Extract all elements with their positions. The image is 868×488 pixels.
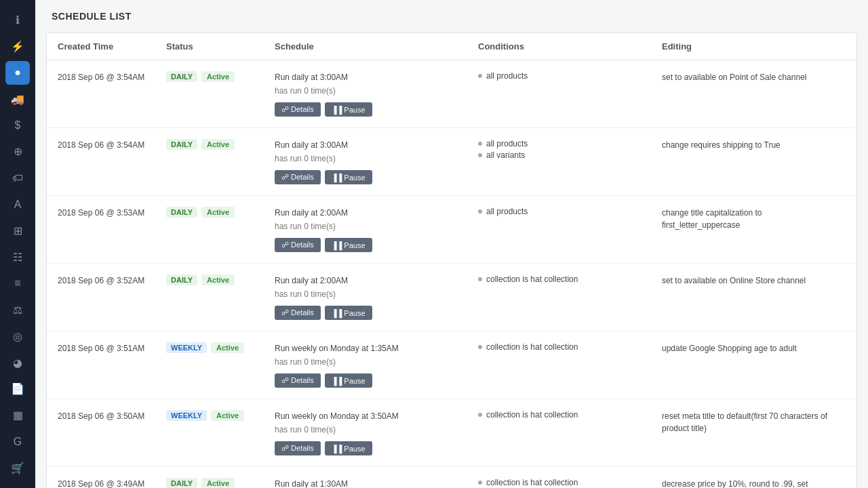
frequency-badge: WEEKLY — [166, 410, 207, 421]
editing-cell: change requires shipping to True — [662, 139, 846, 151]
frequency-badge: DAILY — [166, 139, 197, 150]
created-time-cell: 2018 Sep 06 @ 3:53AM — [58, 207, 166, 219]
status-badge: Active — [201, 274, 235, 285]
run-count: has run 0 time(s) — [275, 356, 470, 368]
condition-item: all variants — [478, 150, 654, 160]
page-title: SCHEDULE LIST — [52, 11, 852, 22]
main-content: SCHEDULE LIST Created Time Status Schedu… — [35, 0, 868, 488]
conditions-cell: collection is hat collection — [478, 410, 662, 422]
table-row: 2018 Sep 06 @ 3:51AMWEEKLYActiveRun week… — [47, 331, 856, 399]
details-button[interactable]: ☍ Details — [275, 102, 321, 117]
editing-cell: set to available on Online Store channel — [662, 274, 846, 287]
schedule-cell: Run daily at 3:00AMhas run 0 time(s)☍ De… — [275, 71, 478, 117]
col-schedule: Schedule — [275, 41, 478, 52]
editing-cell: change title capitalization to first_let… — [662, 207, 846, 231]
g-icon[interactable]: G — [5, 430, 30, 453]
pause-button[interactable]: ▐▐ Pause — [325, 373, 372, 388]
status-badge: Active — [201, 139, 235, 150]
pause-button[interactable]: ▐▐ Pause — [325, 238, 372, 252]
details-button[interactable]: ☍ Details — [275, 441, 321, 455]
created-time-cell: 2018 Sep 06 @ 3:54AM — [58, 139, 166, 151]
balance-icon[interactable]: ⚖ — [5, 298, 30, 322]
condition-text: collection is hat collection — [486, 478, 578, 487]
status-cell: DAILYActive — [166, 139, 275, 150]
table-row: 2018 Sep 06 @ 3:53AMDAILYActiveRun daily… — [47, 196, 856, 264]
truck-icon[interactable]: 🚚 — [5, 87, 30, 111]
conditions-cell: collection is hat collectionall variants — [478, 478, 662, 488]
dollar-icon[interactable]: $ — [5, 114, 30, 138]
condition-dot-icon — [478, 481, 482, 485]
run-count: has run 0 time(s) — [275, 85, 470, 97]
table-row: 2018 Sep 06 @ 3:54AMDAILYActiveRun daily… — [47, 128, 856, 196]
status-cell: DAILYActive — [166, 274, 275, 285]
status-cell: DAILYActive — [166, 71, 275, 82]
pause-button[interactable]: ▐▐ Pause — [325, 102, 372, 117]
lightning-icon[interactable]: ⚡ — [5, 35, 30, 58]
schedule-text: Run weekly on Monday at 3:50AM — [275, 410, 470, 422]
run-count: has run 0 time(s) — [275, 152, 470, 165]
doc-icon[interactable]: 📄 — [5, 377, 30, 401]
col-conditions: Conditions — [478, 41, 662, 52]
list-alt-icon[interactable]: ☷ — [5, 245, 30, 269]
table-row: 2018 Sep 06 @ 3:54AMDAILYActiveRun daily… — [47, 60, 856, 128]
condition-dot-icon — [478, 142, 482, 146]
condition-dot-icon — [478, 209, 482, 214]
run-count: has run 0 time(s) — [275, 220, 470, 232]
status-badge: Active — [201, 478, 235, 488]
page-header: SCHEDULE LIST — [35, 0, 868, 33]
editing-cell: decrease price by 10%, round to .99, set… — [662, 478, 846, 488]
details-button[interactable]: ☍ Details — [275, 170, 321, 184]
schedule-cell: Run daily at 1:30AMhas run 0 time(s)☍ De… — [275, 478, 478, 488]
status-badge: Active — [211, 342, 244, 353]
review-icon[interactable]: ◕ — [5, 351, 30, 375]
schedule-text: Run daily at 2:00AM — [275, 207, 470, 219]
eye-icon[interactable]: ◎ — [5, 325, 30, 348]
conditions-cell: collection is hat collection — [478, 342, 662, 354]
schedule-text: Run daily at 2:00AM — [275, 274, 470, 287]
table-row: 2018 Sep 06 @ 3:52AMDAILYActiveRun daily… — [47, 264, 856, 331]
condition-text: all products — [486, 207, 528, 216]
grid-icon[interactable]: ⊞ — [5, 219, 30, 243]
col-editing: Editing — [662, 41, 846, 52]
frequency-badge: DAILY — [166, 207, 197, 218]
pause-button[interactable]: ▐▐ Pause — [325, 441, 372, 455]
details-button[interactable]: ☍ Details — [275, 306, 321, 320]
condition-dot-icon — [478, 345, 482, 349]
tag-icon[interactable]: 🏷 — [5, 166, 30, 190]
status-cell: WEEKLYActive — [166, 342, 275, 353]
info-icon[interactable]: ℹ — [5, 8, 30, 32]
created-time-cell: 2018 Sep 06 @ 3:50AM — [58, 410, 166, 422]
status-cell: DAILYActive — [166, 207, 275, 218]
condition-item: collection is hat collection — [478, 410, 654, 420]
editing-cell: reset meta title to default(first 70 cha… — [662, 410, 846, 434]
pause-button[interactable]: ▐▐ Pause — [325, 306, 372, 320]
details-button[interactable]: ☍ Details — [275, 373, 321, 388]
details-button[interactable]: ☍ Details — [275, 238, 321, 252]
frequency-badge: DAILY — [166, 478, 197, 488]
schedule-cell: Run weekly on Monday at 1:35AMhas run 0 … — [275, 342, 478, 388]
lines-icon[interactable]: ≡ — [5, 272, 30, 296]
frequency-badge: DAILY — [166, 274, 197, 285]
created-time-cell: 2018 Sep 06 @ 3:49AM — [58, 478, 166, 488]
condition-dot-icon — [478, 413, 482, 417]
condition-text: collection is hat collection — [486, 342, 578, 352]
editing-cell: update Google Shopping age to adult — [662, 342, 846, 354]
barcode-icon[interactable]: ▦ — [5, 403, 30, 427]
conditions-cell: all products — [478, 207, 662, 218]
content-area: Created Time Status Schedule Conditions … — [35, 33, 868, 488]
run-count: has run 0 time(s) — [275, 424, 470, 436]
tag-discount-icon[interactable]: ⊕ — [5, 140, 30, 163]
schedule-text: Run weekly on Monday at 1:35AM — [275, 342, 470, 354]
frequency-badge: WEEKLY — [166, 342, 207, 353]
editing-cell: set to available on Point of Sale channe… — [662, 71, 846, 83]
text-icon[interactable]: A — [5, 192, 30, 216]
cart-icon[interactable]: 🛒 — [5, 456, 30, 480]
globe-icon[interactable]: ● — [5, 61, 30, 85]
status-cell: DAILYActive — [166, 478, 275, 488]
col-created-time: Created Time — [58, 41, 166, 52]
schedule-table: Created Time Status Schedule Conditions … — [46, 33, 857, 488]
pause-button[interactable]: ▐▐ Pause — [325, 170, 372, 184]
status-badge: Active — [201, 207, 235, 218]
status-badge: Active — [211, 410, 244, 421]
condition-item: collection is hat collection — [478, 342, 654, 352]
